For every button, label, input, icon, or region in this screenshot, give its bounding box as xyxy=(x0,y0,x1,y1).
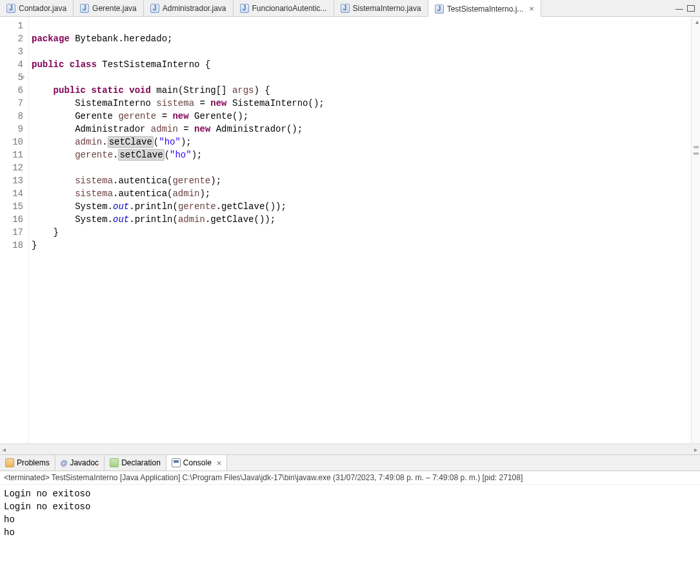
view-label: Console xyxy=(183,458,212,467)
java-file-icon: J xyxy=(150,4,159,13)
tab-label: Administrador.java xyxy=(163,4,226,13)
maximize-icon[interactable] xyxy=(687,5,695,12)
close-icon[interactable]: × xyxy=(526,4,534,14)
tab-administrador[interactable]: J Administrador.java xyxy=(144,0,234,16)
tab-label: TestSistemaInterno.j... xyxy=(447,5,524,14)
tab-gerente[interactable]: J Gerente.java xyxy=(74,0,144,16)
view-tab-declaration[interactable]: Declaration xyxy=(105,455,166,471)
tab-label: Contador.java xyxy=(19,4,66,13)
minimize-icon[interactable] xyxy=(675,6,683,10)
java-file-icon: J xyxy=(240,4,249,13)
editor-tab-bar: J Contador.java J Gerente.java J Adminis… xyxy=(0,0,700,17)
tab-label: FuncionarioAutentic... xyxy=(252,4,327,13)
scroll-left-icon[interactable]: ◂ xyxy=(3,446,6,453)
scroll-up-icon[interactable]: ▴ xyxy=(695,18,699,25)
view-tab-javadoc[interactable]: @ Javadoc xyxy=(55,455,105,471)
java-file-icon: J xyxy=(6,4,15,13)
tab-label: SistemaInterno.java xyxy=(353,4,421,13)
problems-icon xyxy=(5,458,14,467)
view-label: Declaration xyxy=(121,458,161,467)
console-icon xyxy=(172,458,181,467)
code-content[interactable]: package Bytebank.heredado; public class … xyxy=(29,17,691,443)
tab-label: Gerente.java xyxy=(92,4,137,13)
overview-ruler[interactable]: ▴ xyxy=(691,17,700,443)
view-label: Problems xyxy=(17,458,50,467)
java-file-icon: J xyxy=(341,4,350,13)
line-gutter: 1 2 3 4 5⊖ 6 7 8 9 10 11 12 13 14 15 16 … xyxy=(0,17,29,443)
tab-sistemainterno[interactable]: J SistemaInterno.java xyxy=(334,0,428,16)
javadoc-icon: @ xyxy=(61,459,68,467)
overview-mark[interactable] xyxy=(694,146,699,148)
view-controls xyxy=(675,0,700,16)
tab-funcionarioautentic[interactable]: J FuncionarioAutentic... xyxy=(234,0,334,16)
horizontal-scrollbar[interactable]: ◂ ▸ xyxy=(0,443,700,454)
fold-icon[interactable]: ⊖ xyxy=(21,71,25,84)
code-editor[interactable]: 1 2 3 4 5⊖ 6 7 8 9 10 11 12 13 14 15 16 … xyxy=(0,17,700,443)
java-file-icon: J xyxy=(435,5,444,14)
overview-mark[interactable] xyxy=(694,152,699,155)
view-label: Javadoc xyxy=(70,458,99,467)
declaration-icon xyxy=(110,458,119,467)
scroll-right-icon[interactable]: ▸ xyxy=(694,446,697,453)
view-tab-problems[interactable]: Problems xyxy=(0,455,55,471)
view-tab-console[interactable]: Console × xyxy=(166,455,228,471)
console-status: <terminated> TestSistemaInterno [Java Ap… xyxy=(0,471,700,485)
tab-testsistemainterno[interactable]: J TestSistemaInterno.j... × xyxy=(428,0,541,17)
java-file-icon: J xyxy=(80,4,89,13)
tab-contador[interactable]: J Contador.java xyxy=(0,0,74,16)
close-icon[interactable]: × xyxy=(214,458,222,468)
console-output[interactable]: Login no exitoso Login no exitoso ho ho xyxy=(0,485,700,588)
views-tab-bar: Problems @ Javadoc Declaration Console × xyxy=(0,454,700,471)
